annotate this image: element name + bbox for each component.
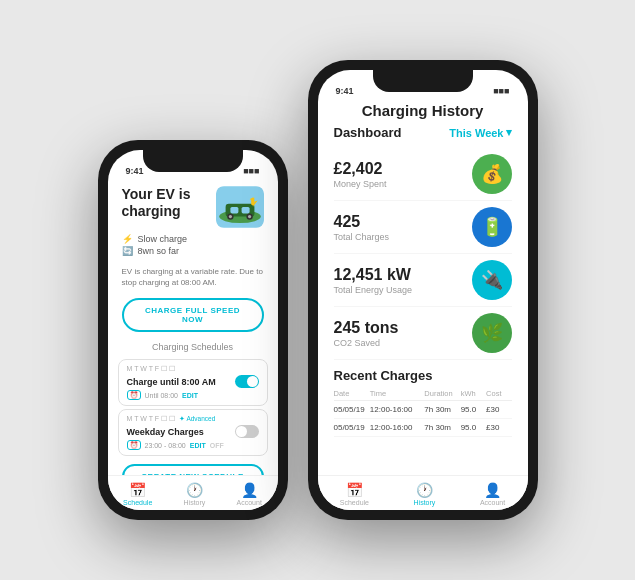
dashboard-label: Dashboard bbox=[334, 125, 402, 140]
stat-row-2: 12,451 kW Total Energy Usage 🔌 bbox=[334, 254, 512, 307]
sched-time-1: Until 08:00 bbox=[145, 392, 178, 399]
sched-time-2: 23:00 - 08:00 bbox=[145, 442, 186, 449]
slow-charge-label: Slow charge bbox=[138, 234, 188, 244]
ev-info: ⚡ Slow charge 🔄 8wn so far bbox=[108, 234, 278, 262]
stat-text-1: 425 Total Charges bbox=[334, 213, 390, 242]
sched-sub-2: ⏰ 23:00 - 08:00 EDIT OFF bbox=[127, 440, 259, 450]
account-icon-2: 👤 bbox=[484, 482, 501, 498]
time-2: 9:41 bbox=[336, 86, 354, 96]
cell-time-0: 12:00-16:00 bbox=[370, 405, 425, 414]
phone1-content: Your EV ischarging bbox=[108, 178, 278, 510]
stat-value-3: 245 tons bbox=[334, 319, 399, 337]
this-week-button[interactable]: This Week ▾ bbox=[449, 126, 511, 139]
nav2-history-label: History bbox=[414, 499, 436, 506]
cell-date-1: 05/05/19 bbox=[334, 423, 370, 432]
time-1: 9:41 bbox=[126, 166, 144, 176]
ev-title: Your EV ischarging bbox=[122, 186, 191, 220]
svg-point-8 bbox=[248, 215, 251, 218]
ev-description: EV is charging at a variable rate. Due t… bbox=[108, 262, 278, 292]
bottom-nav-2: 📅 Schedule 🕐 History 👤 Account bbox=[318, 475, 528, 510]
phone1-screen: 9:41 ■■■ Your EV ischarging bbox=[108, 150, 278, 510]
nav2-schedule-label: Schedule bbox=[340, 499, 369, 506]
phone2-screen: 9:41 ■■■ Charging History Dashboard This… bbox=[318, 70, 528, 510]
nav2-history[interactable]: 🕐 History bbox=[414, 482, 436, 506]
stat-row-3: 245 tons CO2 Saved 🌿 bbox=[334, 307, 512, 360]
distance-row: 🔄 8wn so far bbox=[122, 246, 264, 256]
stat-icon-3: 🌿 bbox=[472, 313, 512, 353]
cell-kwh-1: 95.0 bbox=[461, 423, 486, 432]
schedules-title: Charging Schedules bbox=[108, 338, 278, 356]
charge-full-speed-button[interactable]: CHARGE FULL SPEED NOW bbox=[122, 298, 264, 332]
chevron-down-icon: ▾ bbox=[506, 126, 512, 139]
cell-cost-1: £30 bbox=[486, 423, 511, 432]
notch1 bbox=[143, 150, 243, 172]
history-header: Charging History bbox=[318, 98, 528, 125]
nav2-account-label: Account bbox=[480, 499, 505, 506]
sched-tag-1: ⏰ bbox=[127, 390, 141, 400]
schedule-card-2: M T W T F ☐ ☐ ✦ Advanced Weekday Charges… bbox=[118, 409, 268, 456]
stat-text-0: £2,402 Money Spent bbox=[334, 160, 387, 189]
battery-1: ■■■ bbox=[243, 166, 259, 176]
stat-icon-0: 💰 bbox=[472, 154, 512, 194]
stat-value-2: 12,451 kW bbox=[334, 266, 413, 284]
nav-schedule-label: Schedule bbox=[123, 499, 152, 506]
sched-name-2: Weekday Charges bbox=[127, 427, 204, 437]
toggle-2[interactable] bbox=[235, 425, 259, 438]
schedule-icon: 📅 bbox=[129, 482, 146, 498]
ev-illustration bbox=[216, 186, 264, 228]
account-icon: 👤 bbox=[241, 482, 258, 498]
stat-text-2: 12,451 kW Total Energy Usage bbox=[334, 266, 413, 295]
svg-point-6 bbox=[228, 215, 231, 218]
nav-account-label: Account bbox=[237, 499, 262, 506]
ev-header: Your EV ischarging bbox=[108, 178, 278, 234]
battery-2: ■■■ bbox=[493, 86, 509, 96]
table-row-0: 05/05/19 12:00-16:00 7h 30m 95.0 £30 bbox=[334, 401, 512, 419]
col-duration: Duration bbox=[424, 389, 460, 398]
phone1-shell: 9:41 ■■■ Your EV ischarging bbox=[98, 140, 288, 520]
nav-schedule[interactable]: 📅 Schedule bbox=[123, 482, 152, 506]
nav-account[interactable]: 👤 Account bbox=[237, 482, 262, 506]
cell-dur-1: 7h 30m bbox=[424, 423, 460, 432]
col-cost: Cost bbox=[486, 389, 511, 398]
col-kwh: kWh bbox=[461, 389, 486, 398]
sched-name-1: Charge until 8:00 AM bbox=[127, 377, 216, 387]
table-row-1: 05/05/19 12:00-16:00 7h 30m 95.0 £30 bbox=[334, 419, 512, 437]
schedule-card-1: M T W T F ☐ ☐ Charge until 8:00 AM ⏰ Unt… bbox=[118, 359, 268, 406]
recent-charges-title: Recent Charges bbox=[318, 360, 528, 387]
nav2-schedule[interactable]: 📅 Schedule bbox=[340, 482, 369, 506]
cell-cost-0: £30 bbox=[486, 405, 511, 414]
col-time: Time bbox=[370, 389, 425, 398]
distance-icon: 🔄 bbox=[122, 246, 133, 256]
stat-label-0: Money Spent bbox=[334, 179, 387, 189]
sched-tag-2: ⏰ bbox=[127, 440, 141, 450]
nav-history[interactable]: 🕐 History bbox=[184, 482, 206, 506]
cell-time-1: 12:00-16:00 bbox=[370, 423, 425, 432]
nav2-account[interactable]: 👤 Account bbox=[480, 482, 505, 506]
scene: 9:41 ■■■ Your EV ischarging bbox=[78, 40, 558, 540]
history-icon: 🕐 bbox=[186, 482, 203, 498]
nav-history-label: History bbox=[184, 499, 206, 506]
cell-dur-0: 7h 30m bbox=[424, 405, 460, 414]
toggle-1[interactable] bbox=[235, 375, 259, 388]
dashboard-title-row: Dashboard This Week ▾ bbox=[334, 125, 512, 140]
bottom-nav-1: 📅 Schedule 🕐 History 👤 Account bbox=[108, 475, 278, 510]
sched-edit-1[interactable]: EDIT bbox=[182, 392, 198, 399]
sched-sub-1: ⏰ Until 08:00 EDIT bbox=[127, 390, 259, 400]
dashboard-section: Dashboard This Week ▾ £2,402 Money Spent… bbox=[318, 125, 528, 360]
this-week-label: This Week bbox=[449, 127, 503, 139]
svg-rect-3 bbox=[230, 207, 238, 213]
charges-table: Date Time Duration kWh Cost 05/05/19 12:… bbox=[318, 387, 528, 437]
stat-value-0: £2,402 bbox=[334, 160, 387, 178]
slow-charge-row: ⚡ Slow charge bbox=[122, 234, 264, 244]
bolt-icon: ⚡ bbox=[122, 234, 133, 244]
sched-edit-2[interactable]: EDIT bbox=[190, 442, 206, 449]
stat-row-0: £2,402 Money Spent 💰 bbox=[334, 148, 512, 201]
sched-main-2: Weekday Charges bbox=[127, 425, 259, 438]
svg-rect-4 bbox=[241, 207, 249, 213]
schedule-icon-2: 📅 bbox=[346, 482, 363, 498]
sched-off-2: OFF bbox=[210, 442, 224, 449]
distance-label: 8wn so far bbox=[138, 246, 180, 256]
stat-label-3: CO2 Saved bbox=[334, 338, 399, 348]
stat-icon-1: 🔋 bbox=[472, 207, 512, 247]
stat-label-1: Total Charges bbox=[334, 232, 390, 242]
